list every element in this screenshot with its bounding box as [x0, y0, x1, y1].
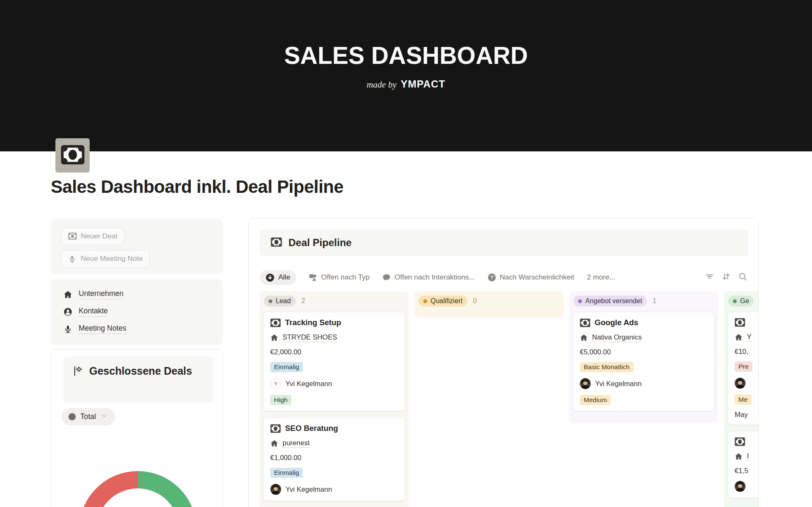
- sort-icon: [721, 272, 731, 281]
- house-icon: [735, 333, 743, 341]
- deal-type-row: Basic Monatlich: [580, 362, 708, 372]
- deal-card-seo-beratung[interactable]: SEO Beratungpurenest€1,000.00EinmaligYvi…: [263, 417, 405, 501]
- tab-alle[interactable]: Alle: [260, 270, 296, 285]
- person-circle-icon: [63, 307, 72, 316]
- tab-2-more-[interactable]: 2 more...: [587, 273, 615, 282]
- chevron-down-icon: [101, 412, 108, 419]
- search-button[interactable]: [738, 272, 747, 281]
- house-icon: [735, 452, 743, 460]
- deal-owner-row: YYvi Kegelmann: [270, 378, 398, 389]
- pipeline-toolbar: [705, 272, 747, 281]
- tab-nach-warscheinlichkeit[interactable]: ?Nach Warscheinlichkeit: [488, 273, 574, 282]
- deal-owner-row: Yvi Kegelmann: [580, 378, 708, 389]
- column-header: Lead2: [264, 296, 405, 307]
- deal-title-row: Google Ads: [580, 318, 708, 327]
- closed-deals-header: Geschlossene Deals: [63, 356, 214, 403]
- money-banknote-icon: [271, 237, 282, 249]
- deal-amount: €10,: [735, 348, 759, 356]
- type-tag: Einmalig: [270, 468, 303, 478]
- avatar: [270, 484, 281, 495]
- madeby-brand: YMPACT: [401, 78, 446, 90]
- deal-title-row: [735, 318, 759, 327]
- avatar: [735, 378, 746, 389]
- column-header: Ge: [728, 296, 759, 307]
- deal-title-row: SEO Beratung: [270, 424, 398, 433]
- tab-label: Offen nach Interaktions...: [395, 273, 475, 282]
- total-filter-dropdown[interactable]: Total: [61, 408, 115, 425]
- avatar: [735, 481, 746, 492]
- pipeline-header: Deal Pipeline: [260, 229, 748, 256]
- column-count: 0: [473, 297, 477, 305]
- sidebar-link-label: Meeting Notes: [79, 324, 126, 334]
- deal-card[interactable]: Y€10,PreMeMay: [727, 312, 759, 425]
- column-status-pill[interactable]: Qualifiziert: [419, 296, 467, 307]
- flag-checkered-icon: [73, 364, 83, 396]
- closed-deals-donut-chart: [79, 471, 197, 507]
- hero-madeby: made by YMPACT: [0, 78, 812, 90]
- column-status-pill[interactable]: Angebot versendet: [573, 296, 647, 307]
- page-title: Sales Dashboard inkl. Deal Pipeline: [51, 177, 343, 197]
- company-link[interactable]: STRYDE SHOES: [283, 333, 337, 342]
- deal-title-row: [735, 437, 759, 446]
- sidebar-link-meeting-notes[interactable]: Meeting Notes: [63, 324, 210, 334]
- company-link[interactable]: I: [747, 452, 749, 461]
- status-dot: [733, 299, 737, 303]
- madeby-prefix: made by: [367, 79, 397, 90]
- total-label: Total: [80, 412, 96, 421]
- deal-card-google-ads[interactable]: Google AdsNativa Organics€5,000.00Basic …: [573, 312, 715, 411]
- deal-type-row: Einmalig: [270, 362, 398, 372]
- company-link[interactable]: purenest: [283, 439, 310, 448]
- column-header: Qualifiziert0: [419, 296, 560, 307]
- column-status-pill[interactable]: Ge: [728, 296, 754, 307]
- deal-company-row: Y: [735, 333, 759, 342]
- column-status-pill[interactable]: Lead: [264, 296, 296, 307]
- kanban-column-angebot-versendet: Angebot versendet1Google AdsNativa Organ…: [569, 291, 718, 423]
- deal-priority-row: High: [270, 395, 398, 405]
- chevron-down-icon: [101, 412, 108, 421]
- action-button-label: Neue Meeting Note: [81, 255, 143, 263]
- sort-button[interactable]: [721, 272, 731, 281]
- money-banknote-icon: [271, 237, 282, 247]
- action-button-neue-meeting-note[interactable]: Neue Meeting Note: [61, 250, 150, 268]
- owner-name: Yvi Kegelmann: [285, 485, 332, 493]
- owner-name: Yvi Kegelmann: [285, 380, 332, 388]
- sidebar-link-unternehmen[interactable]: Unternehmen: [63, 289, 210, 299]
- deal-title-row: Tracking Setup: [270, 318, 398, 327]
- question-icon: ?: [488, 273, 496, 282]
- quick-actions-card: Neuer DealNeue Meeting Note: [51, 219, 223, 274]
- view-tabs: AlleOffen nach TypOffen nach Interaktion…: [260, 268, 615, 287]
- deal-title: SEO Beratung: [285, 424, 338, 433]
- status-dot: [423, 299, 427, 303]
- avatar: Y: [270, 378, 281, 389]
- status-dot: [578, 299, 582, 303]
- company-link[interactable]: Nativa Organics: [592, 333, 642, 342]
- column-status-label: Lead: [276, 297, 291, 305]
- house-icon: [270, 439, 278, 447]
- shapes-icon: [309, 273, 317, 282]
- sidebar-link-kontakte[interactable]: Kontakte: [63, 307, 210, 317]
- house-icon: [270, 334, 278, 342]
- action-button-neuer-deal[interactable]: Neuer Deal: [61, 227, 124, 245]
- column-status-label: Qualifiziert: [431, 297, 463, 305]
- priority-tag: High: [270, 395, 291, 405]
- close-date: May: [735, 411, 759, 419]
- page-money-icon[interactable]: [55, 138, 90, 173]
- search-icon: [738, 272, 747, 281]
- tab-offen-nach-interaktions-[interactable]: Offen nach Interaktions...: [382, 273, 475, 282]
- deal-card-tracking-setup[interactable]: Tracking SetupSTRYDE SHOES€2,000.00Einma…: [263, 312, 405, 411]
- deal-owner-row: [735, 378, 759, 389]
- closed-deals-title: Geschlossene Deals: [89, 364, 192, 396]
- deal-card[interactable]: I€1,5: [727, 431, 759, 498]
- deal-owner-row: Yvi Kegelmann: [270, 484, 398, 495]
- filter-button[interactable]: [705, 272, 714, 281]
- column-header: Angebot versendet1: [573, 296, 715, 307]
- priority-tag: Medium: [580, 395, 611, 405]
- tab-label: Nach Warscheinlichkeit: [500, 273, 574, 282]
- tab-offen-nach-typ[interactable]: Offen nach Typ: [309, 273, 370, 282]
- company-link[interactable]: Y: [747, 333, 752, 342]
- money-banknote-icon: [735, 437, 745, 446]
- closed-deals-card: Geschlossene Deals Total: [51, 349, 223, 507]
- deal-amount: €1,5: [735, 467, 759, 475]
- deal-type-row: Pre: [735, 362, 759, 372]
- column-status-label: Angebot versendet: [585, 297, 642, 305]
